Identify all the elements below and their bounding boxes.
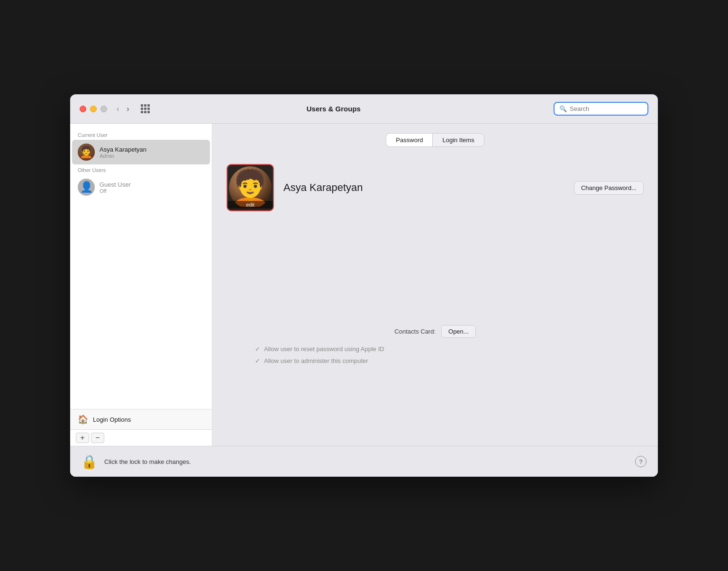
- contacts-card-label: Contacts Card:: [394, 328, 436, 335]
- checkbox-row-2: ✓ Allow user to administer this computer: [227, 357, 644, 364]
- sidebar-footer: 🏠 Login Options + −: [70, 409, 212, 446]
- close-button[interactable]: [80, 106, 86, 112]
- user-name: Guest User: [100, 181, 131, 188]
- checkbox-label-2: Allow user to administer this computer: [264, 357, 368, 364]
- profile-avatar[interactable]: 🧑‍🦱 edit: [227, 164, 274, 211]
- bottom-bar: 🔒 Click the lock to make changes. ?: [70, 446, 658, 477]
- profile-name: Asya Karapetyan: [283, 181, 363, 194]
- search-icon: 🔍: [559, 105, 567, 112]
- titlebar: ‹ › Users & Groups 🔍: [70, 94, 658, 124]
- minimize-button[interactable]: [90, 106, 97, 112]
- tabs-row: Password Login Items: [212, 124, 658, 154]
- user-profile-row: 🧑‍🦱 edit Asya Karapetyan Change Password…: [227, 164, 644, 211]
- sidebar-item-current-user[interactable]: 🧑‍🦱 Asya Karapetyan Admin: [72, 140, 210, 164]
- change-password-button[interactable]: Change Password...: [574, 181, 644, 195]
- sidebar-item-guest-user[interactable]: 👤 Guest User Off: [70, 175, 212, 199]
- contacts-row: Contacts Card: Open...: [227, 325, 644, 338]
- tab-password[interactable]: Password: [386, 133, 432, 147]
- lock-icon: 🔒: [81, 454, 98, 470]
- traffic-lights: [80, 106, 107, 112]
- search-box[interactable]: 🔍: [554, 102, 648, 116]
- tab-login-items[interactable]: Login Items: [432, 133, 484, 147]
- checkmark-icon-2: ✓: [255, 357, 260, 364]
- current-user-label: Current User: [70, 129, 212, 140]
- lock-icon-container[interactable]: 🔒: [82, 453, 97, 470]
- open-button[interactable]: Open...: [441, 325, 476, 338]
- spacer: [227, 221, 644, 316]
- avatar: 👤: [78, 179, 95, 196]
- back-button[interactable]: ‹: [115, 104, 121, 114]
- sidebar-scroll: Current User 🧑‍🦱 Asya Karapetyan Admin O…: [70, 124, 212, 409]
- other-users-label: Other Users: [70, 164, 212, 175]
- right-panel: Password Login Items 🧑‍🦱 edit Asya Karap…: [212, 124, 658, 446]
- user-name: Asya Karapetyan: [100, 146, 146, 153]
- user-info: Guest User Off: [100, 181, 131, 194]
- lock-text: Click the lock to make changes.: [104, 458, 191, 465]
- main-content: Current User 🧑‍🦱 Asya Karapetyan Admin O…: [70, 124, 658, 446]
- remove-user-button[interactable]: −: [91, 433, 104, 443]
- checkmark-icon-1: ✓: [255, 345, 260, 353]
- system-preferences-window: ‹ › Users & Groups 🔍 Current User: [70, 94, 658, 477]
- sidebar: Current User 🧑‍🦱 Asya Karapetyan Admin O…: [70, 124, 212, 446]
- page-title: Users & Groups: [121, 105, 546, 113]
- user-role: Off: [100, 188, 131, 194]
- user-info: Asya Karapetyan Admin: [100, 146, 146, 159]
- user-role: Admin: [100, 153, 146, 159]
- checkbox-row-1: ✓ Allow user to reset password using App…: [227, 345, 644, 353]
- login-options-label: Login Options: [93, 416, 131, 423]
- sidebar-actions: + −: [70, 429, 212, 446]
- avatar: 🧑‍🦱: [78, 144, 95, 161]
- login-options-item[interactable]: 🏠 Login Options: [70, 409, 212, 429]
- search-input[interactable]: [570, 105, 643, 112]
- edit-label: edit: [228, 201, 273, 208]
- maximize-button[interactable]: [100, 106, 107, 112]
- add-user-button[interactable]: +: [76, 433, 89, 443]
- help-button[interactable]: ?: [635, 456, 646, 467]
- memoji-face: 🧑‍🦱: [229, 171, 272, 205]
- panel-content: 🧑‍🦱 edit Asya Karapetyan Change Password…: [212, 154, 658, 446]
- checkbox-label-1: Allow user to reset password using Apple…: [264, 345, 384, 353]
- home-icon: 🏠: [78, 414, 88, 425]
